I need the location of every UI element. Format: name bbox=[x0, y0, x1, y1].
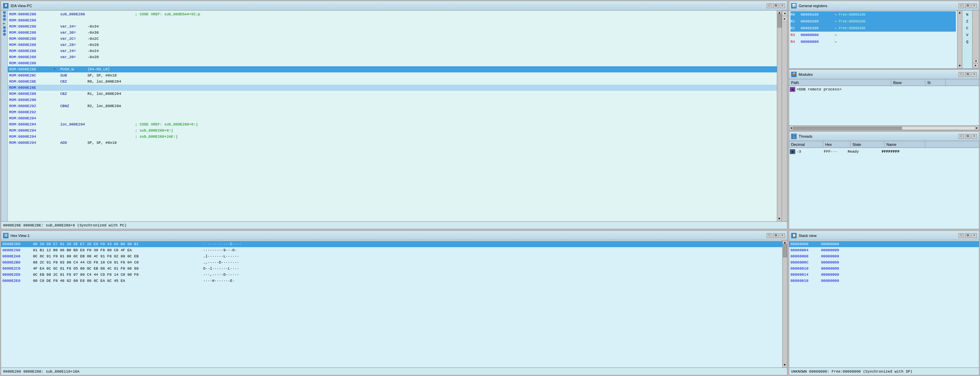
registers-controls: □ ⧉ × bbox=[959, 3, 977, 8]
code-line-push[interactable]: ROM:0800E288 ▼ PUSH.W {R4-R9,LR} bbox=[8, 66, 782, 72]
thread-hex: FFF··· bbox=[824, 149, 848, 154]
code-line[interactable]: ROM:0800E288 var_30= -0x30 bbox=[8, 30, 782, 36]
ida-close-btn[interactable]: × bbox=[780, 3, 785, 8]
stack-status-bar: UNKNOWN 08060000: Free:08060000 (Synchro… bbox=[789, 368, 979, 375]
stack-line-0[interactable]: 08060000 00000000 bbox=[789, 241, 979, 247]
hex-scroll-down[interactable]: ▼ bbox=[783, 363, 787, 368]
code-line[interactable]: ROM:0800E28E CBZ R0, loc_800E294 bbox=[8, 79, 782, 85]
hex-scrollbar[interactable]: ▲ ▼ bbox=[782, 240, 787, 368]
registers-icon: 📊 bbox=[791, 3, 797, 8]
stack-line-4[interactable]: 08060010 00000000 bbox=[789, 265, 979, 271]
ida-minimize-btn[interactable]: □ bbox=[767, 3, 772, 8]
registers-close-btn[interactable]: × bbox=[972, 3, 977, 8]
modules-scroll-right[interactable]: ► bbox=[975, 127, 978, 130]
hex-line-3[interactable]: 0800E2B0 08 2C 91 F8 03 80 C4 44 CD F8 1… bbox=[1, 259, 787, 265]
reg-row-r3[interactable]: R3 00000000 ↪ bbox=[791, 32, 956, 38]
code-line[interactable]: ROM:0800E28C SUB SP, SP, #0x18 bbox=[8, 72, 782, 79]
top-row: 🖥 IDA View-PC □ ⧉ × ▶ bbox=[0, 0, 980, 230]
code-line[interactable]: ROM:0800E288 bbox=[8, 17, 782, 24]
threads-icon: 🧵 bbox=[791, 133, 797, 139]
code-line-current-pc[interactable]: ROM:0800E28E bbox=[8, 85, 782, 91]
ida-scrollbar-thumb[interactable] bbox=[778, 14, 782, 27]
hex-line-1[interactable]: 0800E290 01 B1 12 B9 06 B0 BD E8 F0 39 F… bbox=[1, 247, 787, 253]
gutter-dot-2 bbox=[3, 14, 6, 17]
hex-line-4[interactable]: 0800E2C0 4F EA 0C 6C 91 F8 05 80 0C EB 0… bbox=[1, 265, 787, 271]
gutter-dot-4 bbox=[3, 26, 6, 29]
code-line[interactable]: ROM:0800E288 var_34= -0x34 bbox=[8, 24, 782, 30]
modules-scroll-left[interactable]: ◄ bbox=[790, 127, 793, 130]
reg-row-r1[interactable]: R1 08060200 ↪ Free:08060200 bbox=[791, 18, 956, 25]
ida-scroll-down[interactable]: ▼ bbox=[777, 217, 781, 221]
reg-nav: ◄ ► bbox=[972, 11, 979, 68]
hex-status-text: 0800E280 0800E280: sub_800E116+16A bbox=[3, 370, 79, 374]
registers-minimize-btn[interactable]: □ bbox=[959, 3, 964, 8]
threads-close-btn[interactable]: × bbox=[972, 134, 977, 139]
nav-arrow-left[interactable]: ◄ bbox=[782, 11, 787, 16]
nav-arrow-right[interactable]: ► bbox=[782, 16, 787, 21]
modules-scrollthumb[interactable] bbox=[793, 127, 902, 130]
modules-icon: 📦 bbox=[791, 72, 797, 77]
gutter-arrow: ▶ bbox=[3, 21, 5, 25]
code-line[interactable]: ROM:0800E294 ; sub_800E288+2AE↑j bbox=[8, 133, 782, 140]
code-line[interactable]: ROM:0800E288 var_28= -0x28 bbox=[8, 42, 782, 48]
hex-minimize-btn[interactable]: □ bbox=[767, 233, 772, 238]
reg-nav-left[interactable]: ◄ bbox=[973, 59, 978, 63]
code-line[interactable]: ROM:0800E294 ; sub_800E288+8↑j bbox=[8, 127, 782, 133]
stack-minimize-btn[interactable]: □ bbox=[959, 233, 964, 238]
threads-restore-btn[interactable]: ⧉ bbox=[965, 134, 970, 139]
stack-controls: □ ⧉ × bbox=[959, 233, 977, 238]
hex-line-6[interactable]: 0800E2E0 00 C0 DE F8 48 82 08 E8 00 8C E… bbox=[1, 278, 787, 284]
flag-z: Z bbox=[963, 18, 972, 25]
modules-restore-btn[interactable]: ⧉ bbox=[965, 72, 970, 77]
hex-restore-btn[interactable]: ⧉ bbox=[773, 233, 778, 238]
code-line[interactable]: ROM:0800E294 bbox=[8, 115, 782, 121]
gutter-dot-1 bbox=[3, 11, 6, 14]
stack-line-1[interactable]: 08060004 00000000 bbox=[789, 247, 979, 253]
reg-row-r4[interactable]: R4 00000000 ↪ bbox=[791, 38, 956, 45]
code-line[interactable]: ROM:0800E288 var_20= -0x20 bbox=[8, 54, 782, 60]
code-line-loc[interactable]: ROM:0800E294 loc_800E294 ; CODE XREF: su… bbox=[8, 121, 782, 127]
code-line[interactable]: ROM:0800E288 bbox=[8, 60, 782, 66]
code-line[interactable]: ROM:0800E292 CBNZ R2, loc_800E29A bbox=[8, 103, 782, 109]
modules-close-btn[interactable]: × bbox=[972, 72, 977, 77]
thread-state: Ready bbox=[848, 149, 882, 154]
registers-restore-btn[interactable]: ⧉ bbox=[965, 3, 970, 8]
stack-line-3[interactable]: 0806000C 00000000 bbox=[789, 259, 979, 265]
stack-restore-btn[interactable]: ⧉ bbox=[965, 233, 970, 238]
modules-minimize-btn[interactable]: □ bbox=[959, 72, 964, 77]
code-line[interactable]: ROM:0800E290 bbox=[8, 97, 782, 103]
threads-minimize-btn[interactable]: □ bbox=[959, 134, 964, 139]
ida-scrollbar[interactable]: ▲ ▼ bbox=[777, 11, 782, 221]
reg-row-r0[interactable]: R0 08060100 ↪ Free:08060100 bbox=[791, 11, 956, 18]
stack-line-5[interactable]: 08060014 00000000 bbox=[789, 271, 979, 278]
code-line[interactable]: ROM:0800E288 var_2C= -0x2C bbox=[8, 36, 782, 42]
modules-scrolltrack[interactable] bbox=[793, 127, 975, 130]
hex-content: 0800E280 00 20 90 E7 01 20 8E E7 2D E9 F… bbox=[1, 240, 787, 368]
code-line[interactable]: ROM:0800E294 ADD SP, SP, #0x18 bbox=[8, 140, 782, 146]
registers-content: R0 08060100 ↪ Free:08060100 R1 08060200 … bbox=[789, 11, 957, 68]
registers-scrollbar[interactable]: ▲ ▼ bbox=[957, 11, 962, 68]
reg-nav-right[interactable]: ► bbox=[973, 63, 978, 67]
modules-row[interactable]: ⚙ <GDB remote process> bbox=[789, 86, 979, 93]
thread-name: FFFFFFFF bbox=[882, 149, 900, 154]
code-line[interactable]: ROM:0800E290 CBZ R1, loc_800E294 bbox=[8, 91, 782, 97]
reg-row-r2[interactable]: R2 08060300 ↪ Free:08060300 bbox=[791, 25, 956, 32]
hex-line-0[interactable]: 0800E280 00 20 90 E7 01 20 8E E7 2D E9 F… bbox=[1, 241, 787, 247]
stack-line-2[interactable]: 08060008 00000000 bbox=[789, 253, 979, 259]
stack-line-6[interactable]: 08060018 00000000 bbox=[789, 278, 979, 284]
ida-restore-btn[interactable]: ⧉ bbox=[773, 3, 778, 8]
stack-close-btn[interactable]: × bbox=[972, 233, 977, 238]
modules-hscrollbar[interactable]: ◄ ► bbox=[789, 125, 979, 130]
code-line[interactable]: ROM:0800E292 bbox=[8, 109, 782, 115]
hex-line-2[interactable]: 0800E2A0 0C 6C 91 F8 01 80 0C EB 08 4C 9… bbox=[1, 253, 787, 259]
code-line[interactable]: ROM:0800E288 var_24= -0x24 bbox=[8, 48, 782, 54]
registers-inner: R0 08060100 ↪ Free:08060100 R1 08060200 … bbox=[789, 11, 979, 68]
hex-scrollbar-thumb[interactable] bbox=[783, 244, 787, 257]
hex-line-5[interactable]: 0800E2D0 0C EB 08 2C 91 F8 07 80 C4 44 C… bbox=[1, 271, 787, 278]
module-name: <GDB remote process> bbox=[797, 87, 842, 92]
hex-close-btn[interactable]: × bbox=[780, 233, 785, 238]
ida-view-panel: 🖥 IDA View-PC □ ⧉ × ▶ bbox=[1, 1, 788, 229]
code-line[interactable]: ROM:0800E288 sub_800E288 ; CODE XREF: su… bbox=[8, 11, 782, 17]
threads-row[interactable]: ⚙ -3 FFF··· Ready FFFFFFFF bbox=[789, 148, 979, 155]
thread-decimal: -3 bbox=[797, 149, 824, 154]
